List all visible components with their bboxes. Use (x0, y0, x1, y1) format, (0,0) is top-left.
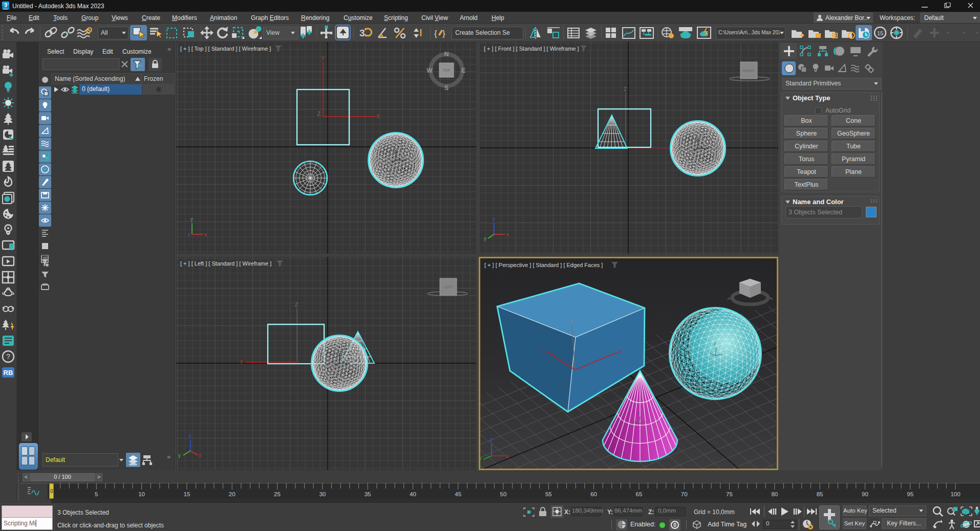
svg-text:Y: Y (321, 56, 325, 61)
svg-text:LEFT: LEFT (443, 285, 453, 289)
svg-text:y: y (542, 348, 545, 355)
svg-text:y: y (480, 455, 482, 461)
svg-text:55: 55 (545, 491, 552, 497)
svg-text:25: 25 (274, 491, 281, 497)
svg-text:90: 90 (862, 491, 868, 497)
svg-text:5: 5 (95, 491, 98, 497)
svg-text:45: 45 (455, 491, 461, 497)
svg-text:X: X (376, 114, 380, 119)
svg-text:z: z (714, 341, 716, 346)
svg-text:x: x (204, 232, 207, 237)
svg-text:MAX: MAX (4, 8, 8, 10)
svg-text:40: 40 (410, 491, 416, 497)
svg-text:y: y (484, 236, 486, 241)
svg-text:50: 50 (500, 491, 507, 497)
svg-text:S: S (444, 84, 449, 92)
svg-text:z: z (493, 216, 495, 222)
svg-text:{: { (434, 29, 437, 38)
svg-text:W: W (427, 67, 433, 74)
svg-text:E: E (461, 67, 465, 74)
svg-text:FRONT: FRONT (742, 69, 755, 73)
svg-text:10: 10 (138, 491, 145, 497)
svg-text:15: 15 (877, 30, 883, 36)
svg-text:95: 95 (907, 491, 913, 497)
svg-text:30: 30 (319, 491, 326, 497)
svg-text:85: 85 (817, 491, 823, 497)
svg-text:N: N (444, 51, 449, 58)
svg-text:z: z (637, 411, 640, 416)
svg-text:Z: Z (624, 86, 627, 92)
svg-text:?: ? (6, 352, 10, 361)
svg-text:[ + ] [ Left ] [ Standard ] [: [ + ] [ Left ] [ Standard ] [ Wireframe … (180, 260, 271, 267)
svg-text:z: z (189, 433, 191, 438)
svg-text:20: 20 (229, 491, 236, 497)
svg-text:RB: RB (4, 369, 13, 377)
svg-text:z: z (490, 437, 493, 442)
svg-text:y: y (190, 216, 193, 222)
svg-text:65: 65 (636, 491, 643, 497)
svg-text:y: y (178, 453, 181, 458)
svg-text:70: 70 (681, 491, 688, 497)
svg-text:x: x (619, 348, 622, 355)
svg-text:3: 3 (359, 28, 365, 38)
svg-text:60: 60 (590, 491, 597, 497)
svg-text:100: 100 (950, 491, 960, 497)
svg-text:15: 15 (184, 491, 190, 497)
svg-text:}: } (442, 29, 445, 38)
svg-text:z: z (188, 232, 190, 237)
svg-text:z: z (570, 318, 573, 324)
svg-text:Z: Z (317, 111, 321, 117)
svg-text:75: 75 (726, 491, 733, 497)
svg-text:[ + ] [ Top ] [ Standard ] [ W: [ + ] [ Top ] [ Standard ] [ Wireframe ] (180, 46, 271, 52)
svg-text:0: 0 (673, 522, 676, 528)
svg-text:x: x (199, 453, 201, 458)
svg-text:[ + ] [ Perspective ] [ Standa: [ + ] [ Perspective ] [ Standard ] [ Edg… (484, 262, 603, 268)
svg-text:Z: Z (295, 302, 298, 307)
svg-text:TOP: TOP (442, 68, 450, 73)
svg-text:[ + ] [ Front ] [ Standard ] [: [ + ] [ Front ] [ Standard ] [ Wireframe… (484, 46, 579, 52)
svg-text:80: 80 (771, 491, 778, 497)
svg-text:35: 35 (365, 491, 371, 497)
svg-text:x: x (506, 232, 509, 237)
svg-text:Y: Y (240, 360, 243, 365)
svg-text:x: x (506, 453, 508, 459)
